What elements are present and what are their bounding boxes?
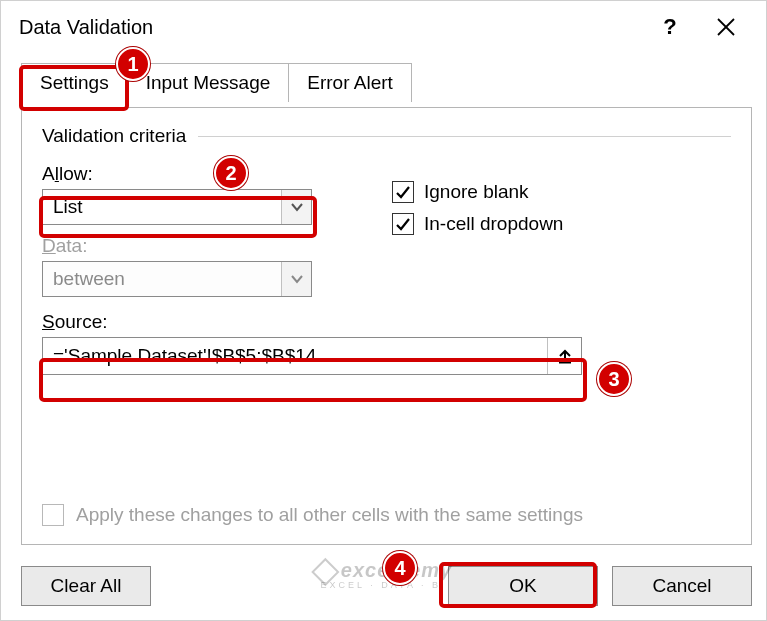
data-dropdown-button [281,262,311,296]
apply-changes-checkbox: Apply these changes to all other cells w… [42,504,731,526]
allow-value: List [43,196,281,218]
ignore-blank-checkbox[interactable]: Ignore blank [392,181,563,203]
apply-label: Apply these changes to all other cells w… [76,504,583,526]
settings-panel: Validation criteria Allow: List Data: [21,107,752,545]
data-label: Data: [42,235,362,257]
tab-error-alert[interactable]: Error Alert [288,63,412,102]
group-line [198,136,731,137]
ignore-blank-label: Ignore blank [424,181,529,203]
checkmark-icon [395,184,411,200]
tab-strip: Settings Input Message Error Alert [21,63,766,102]
range-picker-button[interactable] [547,338,581,374]
checkbox-box [392,181,414,203]
incell-dropdown-label: In-cell dropdown [424,213,563,235]
incell-dropdown-checkbox[interactable]: In-cell dropdown [392,213,563,235]
button-bar: Clear All OK Cancel [21,566,752,606]
allow-label: Allow: [42,163,362,185]
close-button[interactable] [698,5,754,49]
dialog-title: Data Validation [19,16,642,39]
source-value: ='Sample Dataset'!$B$5:$B$14 [43,345,547,367]
ok-button[interactable]: OK [448,566,598,606]
cancel-button[interactable]: Cancel [612,566,752,606]
tab-input-message[interactable]: Input Message [127,63,290,102]
chevron-down-icon [290,202,304,212]
source-input[interactable]: ='Sample Dataset'!$B$5:$B$14 [42,337,582,375]
tab-settings[interactable]: Settings [21,63,128,102]
allow-dropdown-button[interactable] [281,190,311,224]
clear-all-button[interactable]: Clear All [21,566,151,606]
group-title: Validation criteria [42,125,186,147]
data-combo: between [42,261,312,297]
checkmark-icon [395,216,411,232]
data-validation-dialog: Data Validation ? Settings Input Message… [0,0,767,621]
source-label: Source: [42,311,731,333]
collapse-dialog-icon [557,348,573,364]
close-icon [716,17,736,37]
data-value: between [43,268,281,290]
chevron-down-icon [290,274,304,284]
titlebar: Data Validation ? [1,1,766,53]
checkbox-box [42,504,64,526]
allow-combo[interactable]: List [42,189,312,225]
checkbox-box [392,213,414,235]
group-title-row: Validation criteria [42,125,731,147]
help-button[interactable]: ? [642,5,698,49]
